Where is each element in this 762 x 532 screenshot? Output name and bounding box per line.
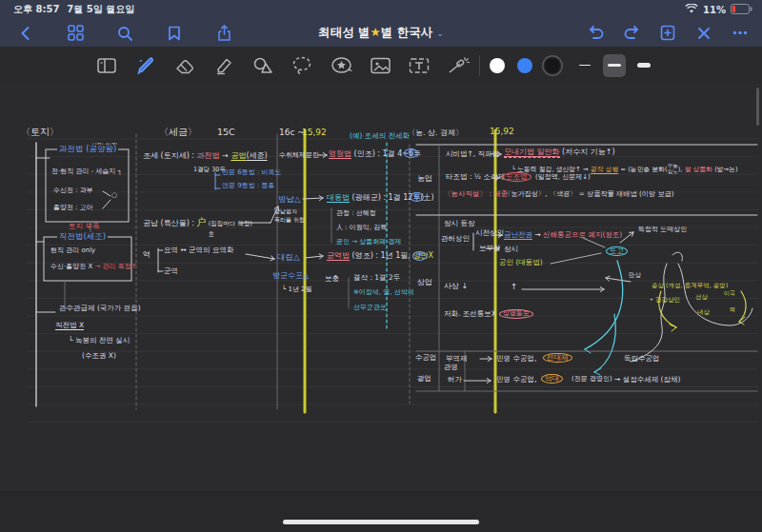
note-text-69: 장시 [504, 246, 518, 253]
scrollbar[interactable] [756, 88, 759, 126]
thickness-thick[interactable] [632, 54, 655, 77]
close-icon[interactable] [695, 25, 712, 42]
pages-panel-tool[interactable] [95, 54, 118, 77]
note-text-3: 16c ~ [279, 128, 305, 137]
note-text-42: 대립△ [277, 253, 300, 263]
sticker-tool[interactable] [330, 54, 352, 77]
note-text-33: 쌀 [404, 148, 418, 158]
image-tool[interactable] [369, 54, 391, 77]
note-text-43: 방군수포△ [272, 272, 309, 281]
note-text-11: 수신전 : 과부 [53, 187, 93, 195]
date: 7월 5일 월요일 [67, 3, 134, 16]
shapes-tool[interactable] [251, 54, 274, 77]
note-text-29: 요역 ↔ 군역의 요역화 [164, 246, 233, 254]
note-text-41: 공인 → 상품화폐 경제 [336, 239, 402, 246]
note-text-78: 송상 (개성, 중계무역, 송방) [652, 283, 728, 289]
note-text-82: 내상 [697, 309, 710, 316]
note-text-63: 〈농가집성〉, 〈색경〉 = 상품작물 재배법 (이앙 보급) [504, 190, 674, 198]
tool-buttons [0, 54, 470, 77]
note-text-76: 상평통보 [499, 309, 533, 319]
thickness-thin[interactable] [573, 54, 596, 77]
note-text-60: 도조법 [502, 172, 531, 182]
note-text-91: (전문 경영인) [572, 376, 612, 384]
note-text-75: 저화. 조선통보X [444, 310, 496, 318]
pen-tool[interactable] [134, 54, 157, 77]
note-text-34: 방납△ [278, 195, 301, 205]
note-text-7: 15,92 [490, 127, 514, 136]
share-icon[interactable] [215, 25, 232, 42]
note-text-83: 왜 [730, 306, 735, 313]
note-text-72: 독점적 도매상인 [638, 227, 687, 234]
note-text-10: 전·현직 관리 - 세습지 ┐ [51, 168, 122, 176]
note-text-5: (예) 조세의 전세화 [350, 132, 410, 140]
note-text-35: 방납업자 [274, 208, 297, 215]
note-text-66: 시전상인 [475, 229, 504, 237]
note-text-44: └ 1년 2필 [282, 286, 312, 294]
note-text-21: (수조권 X) [82, 352, 116, 360]
note-text-49: ※어장세, 염, 선박세 [353, 289, 414, 297]
note-text-19: 직전법 X [55, 322, 84, 329]
undo-icon[interactable] [587, 25, 604, 42]
note-text-89: 민영 수공업, [496, 376, 536, 384]
note-text-54: 광업 [417, 375, 431, 383]
note-text-27: 호 [209, 231, 214, 238]
note-text-9: 과전법 (공양왕) [57, 145, 118, 154]
bookmark-icon[interactable] [166, 25, 183, 42]
color-swatch-2[interactable] [545, 58, 560, 73]
grid-icon[interactable] [67, 25, 84, 42]
note-text-87: 독립수공업 [624, 355, 660, 363]
note-text-14: 토지 부족 [69, 223, 99, 230]
add-page-icon[interactable] [659, 25, 676, 42]
note-text-36: 폭리를 취함 [274, 217, 305, 224]
note-text-52: 상업 [417, 279, 432, 287]
note-text-81: 미곡 [724, 290, 735, 297]
wifi-icon [685, 4, 698, 16]
note-text-26: 공납 (특산물) : 户 (집집마다 책정) [143, 217, 252, 228]
note-text-51: 농업 [417, 175, 432, 184]
note-text-46: 포 [412, 251, 427, 261]
lasso-tool[interactable] [291, 54, 313, 77]
note-text-79: • 경강상인 [650, 297, 680, 304]
color-swatch-0[interactable] [490, 58, 505, 73]
text-tool[interactable] [408, 54, 431, 77]
note-text-30: 군역 [164, 267, 178, 275]
note-page-canvas[interactable]: 〈토지〉〈세금〉15C16c ~15,92(예) 조세의 전세화〈농. 상. 경… [0, 84, 762, 532]
note-text-56: 시비법↑, 직파법 [446, 150, 499, 158]
note-text-6: 〈농. 상. 경제〉 [408, 129, 463, 138]
note-text-28: 역 [143, 251, 150, 260]
note-text-64: 장시 등장 [444, 220, 474, 227]
edit-toolbar [0, 47, 762, 85]
home-indicator[interactable] [283, 520, 479, 524]
note-text-4: 15,92 [302, 128, 327, 137]
color-swatch-1[interactable] [517, 58, 532, 73]
laser-tool[interactable] [447, 54, 470, 77]
note-text-16: 현직 관리 only [50, 247, 95, 255]
note-text-1: 〈세금〉 [159, 127, 197, 137]
search-icon[interactable] [116, 25, 133, 42]
back-icon[interactable] [17, 25, 34, 42]
nav-right-icons [587, 25, 749, 42]
note-text-48: 결작 : 1결 2두 [353, 274, 400, 282]
nav-left-icons [0, 25, 232, 42]
note-text-31: 수취체제문란 [279, 152, 319, 160]
star-icon: ★ [371, 25, 381, 39]
note-text-2: 15C [217, 128, 235, 138]
redo-icon[interactable] [623, 25, 640, 42]
document-title[interactable]: 최태성 별★별 한국사 ⌄ [318, 25, 443, 41]
note-text-22: 조세 (토지세) : 과전법 → 공법(세종) [143, 152, 268, 161]
thickness-medium[interactable] [603, 54, 626, 77]
note-text-15: 직전법(세조) [57, 232, 108, 242]
note-text-18: 관수관급제 (국가가 걷음) [59, 305, 141, 312]
note-text-0: 〈토지〉 [21, 127, 59, 137]
note-text-74: ↑ [511, 283, 517, 292]
thickness-options [560, 54, 655, 77]
note-text-24: 전분 6등법 : 비옥도 [222, 169, 282, 177]
note-text-55: 관영 [444, 364, 458, 371]
note-text-86: 선대제 [543, 353, 572, 363]
highlighter-tool[interactable] [212, 54, 235, 77]
eraser-tool[interactable] [173, 54, 196, 77]
note-text-40: 人 : 이원익, 김육 [336, 225, 387, 232]
note-text-25: 연분 9등법 : 풍흉 [222, 183, 275, 190]
note-text-38: 쌀 [410, 192, 424, 202]
more-icon[interactable] [732, 25, 749, 42]
